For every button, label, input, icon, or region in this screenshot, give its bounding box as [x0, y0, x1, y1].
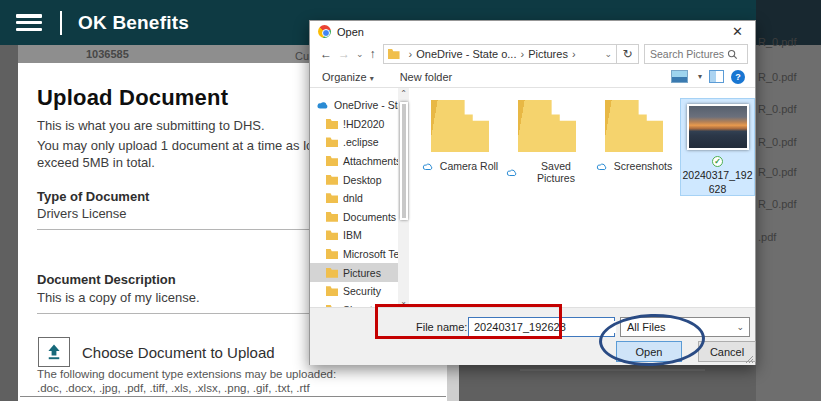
breadcrumb-separator: › — [520, 48, 524, 60]
type-of-document-value[interactable]: Drivers License — [37, 206, 127, 221]
refresh-icon[interactable]: ↻ — [617, 44, 639, 64]
view-caret-icon[interactable]: ▾ — [698, 72, 702, 81]
folder-label: Camera Roll — [440, 160, 498, 172]
image-name-wrap: 628 — [709, 183, 727, 195]
breadcrumb-current[interactable]: Pictures — [528, 48, 568, 60]
dialog-titlebar[interactable]: Open ✕ — [310, 21, 755, 42]
sidebar-item-ibm[interactable]: IBM — [310, 226, 398, 245]
image-tile-selected[interactable]: ✓ 20240317_192 628 — [680, 98, 755, 196]
sidebar-item-desktop[interactable]: Desktop — [310, 170, 398, 189]
folder-icon — [388, 49, 400, 59]
pdf-row: R_0.pdf — [758, 166, 797, 178]
search-box[interactable] — [644, 44, 748, 64]
brand-title: OK Benefits — [78, 12, 189, 34]
address-dropdown-icon[interactable]: ⌄ — [604, 49, 612, 59]
back-icon[interactable]: ← — [320, 47, 332, 61]
intro-text-3: exceed 5MB in total. — [37, 155, 155, 170]
cloud-icon — [596, 162, 608, 171]
breadcrumb-root[interactable]: OneDrive - State o... — [416, 48, 516, 60]
document-description-value[interactable]: This is a copy of my license. — [37, 290, 200, 305]
synced-check-icon: ✓ — [712, 156, 723, 167]
breadcrumb[interactable]: › OneDrive - State o... › Pictures › ⌄ — [383, 44, 617, 64]
breadcrumb-separator: › — [409, 48, 413, 60]
scroll-down-icon[interactable]: ⌄ — [400, 297, 407, 306]
pdf-row: R_0.pdf — [758, 36, 797, 48]
folder-icon — [326, 156, 338, 166]
extensions-list: .doc, .docx, .jpg, .pdf, .tiff, .xls, .x… — [37, 382, 310, 394]
folder-icon — [326, 268, 338, 278]
dialog-title: Open — [337, 26, 364, 38]
folder-tile-saved-pictures[interactable]: Saved Pictures — [506, 98, 588, 307]
sidebar-item-security[interactable]: Security — [310, 282, 398, 301]
folder-icon — [605, 100, 663, 152]
document-description-label: Document Description — [37, 272, 176, 287]
menu-icon[interactable] — [16, 14, 42, 31]
open-button[interactable]: Open — [616, 341, 682, 362]
sidebar-item-eclipse[interactable]: .eclipse — [310, 133, 398, 152]
folder-icon — [326, 137, 338, 147]
folder-icon — [326, 193, 338, 203]
up-icon[interactable]: ↑ — [370, 47, 376, 61]
folder-icon — [326, 119, 338, 129]
dialog-navbar: ← → ⌄ ↑ › OneDrive - State o... › Pictur… — [310, 42, 755, 66]
dialog-toolbar: Organize▾ New folder ▾ ? — [310, 66, 755, 88]
preview-pane-icon[interactable] — [709, 70, 724, 83]
scroll-up-icon[interactable]: ⌃ — [400, 89, 407, 98]
dialog-footer: File name: ⌄ All Files ⌄ Open Cancel — [310, 307, 755, 365]
image-name: 20240317_192 — [682, 169, 752, 181]
file-type-select[interactable]: All Files ⌄ — [620, 317, 750, 337]
file-name-combobox[interactable]: ⌄ — [468, 317, 615, 337]
view-thumbnails-icon[interactable] — [671, 70, 688, 83]
folder-icon — [326, 175, 338, 185]
folder-tile-camera-roll[interactable]: Camera Roll — [419, 98, 501, 307]
folder-label: Screenshots — [614, 160, 672, 172]
scrollbar-thumb[interactable] — [400, 102, 408, 220]
forward-icon[interactable]: → — [338, 47, 350, 61]
pdf-row: R_0.pdf — [758, 198, 797, 210]
upload-icon — [45, 343, 63, 361]
sidebar-item-attachments[interactable]: Attachments — [310, 152, 398, 171]
modal-bottom-divider — [20, 396, 446, 397]
help-icon[interactable]: ? — [731, 70, 745, 84]
pdf-row: R_0.pdf — [758, 103, 797, 115]
chrome-icon — [318, 25, 331, 38]
new-folder-button[interactable]: New folder — [400, 71, 453, 83]
pdf-row: R_0.pdf — [758, 71, 797, 83]
extensions-note: The following document type extensions m… — [37, 368, 336, 380]
search-icon — [727, 49, 738, 60]
sidebar-item-hd2020[interactable]: !HD2020 — [310, 115, 398, 134]
choose-document-label[interactable]: Choose Document to Upload — [82, 344, 275, 361]
open-file-dialog: Open ✕ ← → ⌄ ↑ › OneDrive - State o... ›… — [309, 20, 756, 365]
folder-tile-screenshots[interactable]: Screenshots — [593, 98, 675, 307]
folder-icon — [431, 100, 489, 152]
tree-scrollbar[interactable]: ⌃ ⌄ — [398, 88, 409, 307]
file-name-input[interactable] — [469, 321, 616, 333]
close-icon[interactable]: ✕ — [732, 24, 743, 39]
image-thumbnail — [687, 104, 749, 150]
sidebar-item-onedrive[interactable]: OneDrive - State o — [310, 96, 398, 115]
caret-down-icon: ▾ — [370, 74, 374, 83]
file-list: Camera Roll Saved Pictures Screenshots ✓… — [409, 88, 755, 307]
sidebar-item-dnld[interactable]: dnld — [310, 189, 398, 208]
pdf-row: R_0.pdf — [758, 136, 797, 148]
file-name-label: File name: — [416, 321, 467, 333]
recent-locations-icon[interactable]: ⌄ — [356, 49, 364, 59]
resize-grip[interactable] — [743, 353, 753, 363]
sidebar-item-microsoft-teams[interactable]: Microsoft Teams — [310, 245, 398, 264]
folder-icon — [326, 230, 338, 240]
choose-document-button[interactable] — [38, 337, 70, 367]
file-type-value: All Files — [621, 321, 731, 333]
breadcrumb-separator: › — [572, 48, 576, 60]
type-of-document-label: Type of Document — [37, 189, 149, 204]
folder-icon — [518, 100, 576, 152]
sidebar-item-pictures[interactable]: Pictures — [310, 263, 398, 282]
page-title: Upload Document — [37, 85, 228, 111]
folder-icon — [326, 212, 338, 222]
organize-menu[interactable]: Organize▾ — [322, 71, 374, 83]
folder-label: Saved Pictures — [524, 160, 588, 184]
intro-text-2: You may only upload 1 document at a time… — [37, 138, 313, 153]
search-input[interactable] — [645, 48, 727, 60]
sidebar-item-documents[interactable]: Documents — [310, 208, 398, 227]
dialog-body: OneDrive - State o !HD2020 .eclipse Atta… — [310, 88, 755, 307]
header-divider — [60, 11, 62, 35]
